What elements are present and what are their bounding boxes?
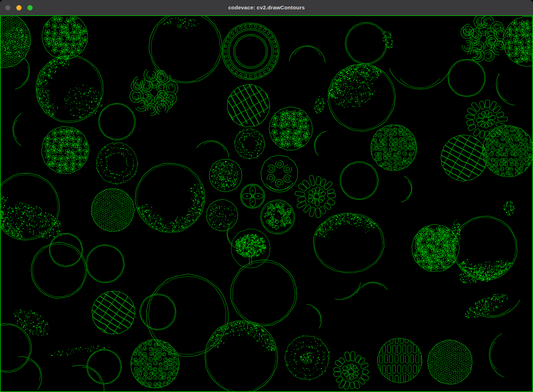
window-title: codevace: cv2.drawContours: [0, 5, 533, 11]
contour-image-canvas: [0, 15, 533, 392]
zoom-button[interactable]: [27, 5, 33, 10]
window-controls: [5, 5, 33, 10]
app-window: codevace: cv2.drawContours: [0, 0, 533, 392]
minimize-button[interactable]: [16, 5, 22, 10]
window-titlebar[interactable]: codevace: cv2.drawContours: [0, 0, 533, 15]
close-button[interactable]: [5, 5, 10, 10]
